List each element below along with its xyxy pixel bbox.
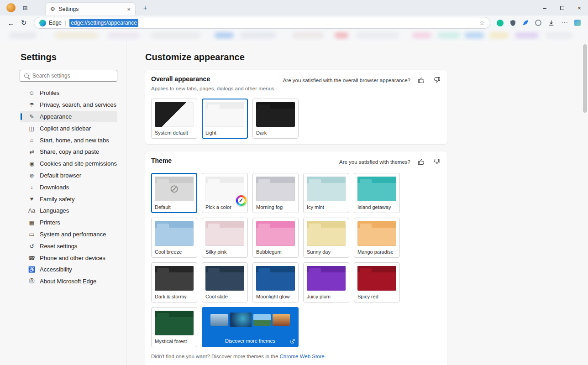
maximize-button[interactable] [553,0,571,16]
back-button[interactable]: ← [5,19,17,27]
workspaces-icon[interactable]: ⊞ [21,5,30,11]
sidebar-item-share-copy-paste[interactable]: ⇄Share, copy and paste [20,146,117,158]
tab-close-icon[interactable]: × [127,6,131,13]
share-icon: ⇄ [28,148,36,155]
theme-tile-mystical-forest[interactable]: Mystical forest [151,307,197,347]
more-menu-icon[interactable]: ⋯ [561,19,568,27]
color-picker-icon [236,195,247,206]
sidebar-item-printers[interactable]: ▦Printers [20,217,117,229]
sidebar-item-languages[interactable]: AaLanguages [20,205,117,217]
theme-title: Theme [151,157,172,164]
cookies-icon: ◉ [28,160,36,167]
sidebar-item-default-browser[interactable]: ⊕Default browser [20,170,117,182]
sidebar-item-phone-devices[interactable]: ☎Phone and other devices [20,252,117,264]
close-button[interactable]: × [571,0,588,16]
reset-icon: ↺ [28,243,36,250]
sidebar-item-cookies-permissions[interactable]: ◉Cookies and site permissions [20,158,117,170]
theme-tile-default[interactable]: ⊘ Default [151,173,197,213]
thumbs-down-icon[interactable] [433,76,441,84]
theme-tile-moonlight-glow[interactable]: Moonlight glow [252,262,299,302]
address-bar[interactable]: Edge | edge://settings/appearance ☆ [34,17,490,29]
minimize-button[interactable]: – [536,0,553,16]
sidebar-item-copilot-sidebar[interactable]: ◫Copilot and sidebar [20,122,117,134]
external-link-icon [290,339,295,344]
theme-tile-island-getaway[interactable]: Island getaway [354,173,400,213]
thumbs-up-icon[interactable] [418,76,425,84]
theme-tile-cool-breeze[interactable]: Cool breeze [151,218,197,258]
privacy-icon: ☂ [28,101,36,108]
appearance-option-system-default[interactable]: System default [151,99,197,139]
theme-tile-icy-mint[interactable]: Icy mint [303,173,349,213]
edge-logo-icon [39,20,46,26]
overall-feedback-text: Are you satisfied with the overall brows… [283,78,410,83]
thumbs-up-icon[interactable] [418,158,425,166]
dark-preview [256,102,295,127]
theme-footer: Didn't find one you want? Discover more … [151,354,441,361]
search-icon [24,73,29,78]
thumbs-down-icon[interactable] [433,158,441,166]
overall-appearance-title: Overall appearance [151,75,274,83]
sidebar-item-accessibility[interactable]: ♿Accessibility [20,264,117,276]
appearance-icon: ✎ [28,113,36,120]
theme-tile-cool-slate[interactable]: Cool slate [202,262,248,302]
discover-more-themes-tile[interactable]: Discover more themes [202,307,299,347]
extension-icons: ⋯ [497,19,581,27]
printer-icon: ▦ [28,219,36,226]
theme-card: Theme Are you satisfied with themes? ⊘ D… [145,151,447,365]
page-scrollbar-thumb[interactable] [583,44,587,113]
home-icon: ⌂ [28,137,36,143]
theme-tile-sunny-day[interactable]: Sunny day [303,218,349,258]
settings-page: Settings ☺Profiles ☂Privacy, search, and… [0,41,588,365]
address-bar-badge: Edge [49,20,62,26]
page-title: Customize appearance [145,52,588,63]
theme-tile-morning-fog[interactable]: Morning fog [252,173,299,213]
sidebar-item-start-home-tabs[interactable]: ⌂Start, home, and new tabs [20,134,117,146]
profile-avatar[interactable] [6,3,16,12]
appearance-option-light[interactable]: Light [202,99,248,139]
theme-tile-dark-stormy[interactable]: Dark & stormy [151,262,197,302]
title-bar: ⊞ ⚙ Settings × + – × [0,0,588,16]
theme-tile-bubblegum[interactable]: Bubblegum [252,218,299,258]
theme-tile-pick-a-color[interactable]: Pick a color [202,173,248,213]
sidebar-item-appearance[interactable]: ✎Appearance [20,111,117,123]
theme-tile-juicy-plum[interactable]: Juicy plum [303,262,349,302]
sidebar-item-about-edge[interactable]: ⓔAbout Microsoft Edge [20,276,117,287]
system-default-preview [155,102,194,127]
tab-settings[interactable]: ⚙ Settings × [46,3,135,16]
feather-extension-icon[interactable] [522,20,529,26]
sidebar-nav: ☺Profiles ☂Privacy, search, and services… [0,87,126,287]
theme-tile-spicy-red[interactable]: Spicy red [354,262,400,302]
search-settings-input[interactable] [32,73,113,79]
edge-about-icon: ⓔ [28,277,36,285]
no-theme-icon: ⊘ [155,177,194,201]
overall-appearance-subtitle: Applies to new tabs, pages, dialogs and … [151,86,274,91]
refresh-button[interactable]: ↻ [17,19,30,27]
sidebar-item-reset-settings[interactable]: ↺Reset settings [20,240,117,252]
download-icon: ↓ [28,184,36,190]
sidebar-item-family-safety[interactable]: ♥Family safety [20,193,117,205]
window-controls: – × [536,0,588,16]
theme-tile-mango-paradise[interactable]: Mango paradise [354,218,400,258]
chrome-web-store-link[interactable]: Chrome Web Store [280,354,325,359]
appearance-option-dark[interactable]: Dark [252,99,299,139]
sidebar-title: Settings [21,52,126,63]
settings-sidebar: Settings ☺Profiles ☂Privacy, search, and… [0,41,126,365]
favorite-star-icon[interactable]: ☆ [479,19,485,26]
address-url-selected[interactable]: edge://settings/appearance [69,19,138,27]
languages-icon: Aa [28,208,36,214]
grammar-extension-icon[interactable] [497,20,504,26]
theme-tile-silky-pink[interactable]: Silky pink [202,218,248,258]
sidebar-item-system-performance[interactable]: ▭System and performance [20,229,117,240]
new-tab-button[interactable]: + [141,4,150,11]
sidebar-item-privacy[interactable]: ☂Privacy, search, and services [20,99,117,111]
downloads-icon[interactable] [548,20,555,26]
family-icon: ♥ [28,196,36,202]
circle-extension-icon[interactable] [535,20,541,26]
sidebar-item-downloads[interactable]: ↓Downloads [20,181,117,193]
search-settings-box[interactable] [20,70,117,82]
sidebar-layout-icon: ◫ [28,125,36,132]
browser-essentials-icon[interactable] [574,20,581,26]
profiles-icon: ☺ [28,90,36,96]
shield-extension-icon[interactable] [510,20,516,26]
sidebar-item-profiles[interactable]: ☺Profiles [20,87,117,99]
